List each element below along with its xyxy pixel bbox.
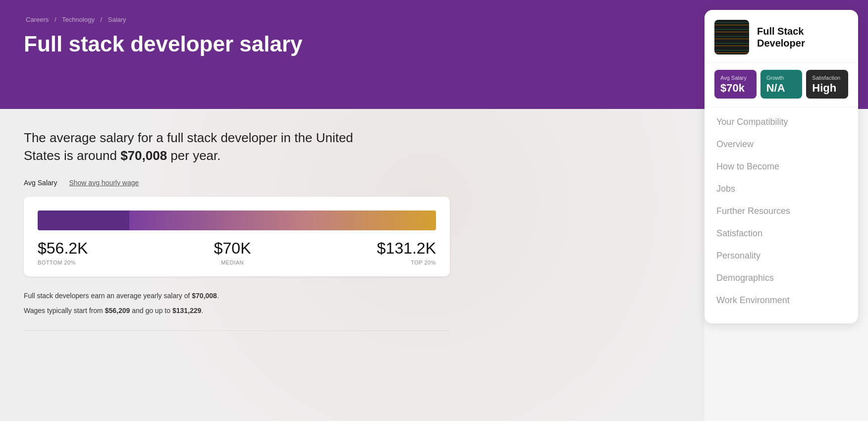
nav-item-compatibility[interactable]: Your Compatibility xyxy=(705,111,858,133)
stat-satisfaction: Satisfaction High xyxy=(806,70,848,99)
content-area: The average salary for a full stack deve… xyxy=(0,109,705,421)
card-thumbnail xyxy=(714,20,749,54)
salary-top: $131.2K TOP 20% xyxy=(377,239,436,265)
salary-tabs: Avg Salary Show avg hourly wage xyxy=(24,179,681,187)
bar-low xyxy=(38,210,129,230)
breadcrumb-sep2: / xyxy=(101,16,104,23)
sidebar-panel: Full Stack Developer Avg Salary $70k Gro… xyxy=(705,10,858,323)
nav-item-how-to-become[interactable]: How to Become xyxy=(705,156,858,178)
bar-mid xyxy=(129,210,309,230)
nav-item-personality[interactable]: Personality xyxy=(705,245,858,267)
desc-line-2: Wages typically start from $56,209 and g… xyxy=(24,305,450,317)
breadcrumb-careers[interactable]: Careers xyxy=(26,16,49,23)
salary-bottom: $56.2K BOTTOM 20% xyxy=(38,239,88,265)
stat-avg-salary-value: $70k xyxy=(720,83,751,94)
stat-avg-salary: Avg Salary $70k xyxy=(714,70,757,99)
stat-satisfaction-label: Satisfaction xyxy=(812,75,842,81)
salary-bottom-value: $56.2K xyxy=(38,239,88,258)
stat-growth-value: N/A xyxy=(766,83,797,94)
tab-avg-hourly[interactable]: Show avg hourly wage xyxy=(69,179,139,187)
breadcrumb-salary[interactable]: Salary xyxy=(108,16,126,23)
nav-item-jobs[interactable]: Jobs xyxy=(705,178,858,200)
stats-row: Avg Salary $70k Growth N/A Satisfaction … xyxy=(705,63,858,107)
content-divider xyxy=(24,330,450,331)
card-header: Full Stack Developer xyxy=(705,10,858,63)
avg-salary-intro-text: The average salary for a full stack deve… xyxy=(24,129,371,165)
stat-growth-label: Growth xyxy=(766,75,797,81)
nav-item-satisfaction[interactable]: Satisfaction xyxy=(705,222,858,245)
nav-item-further-resources[interactable]: Further Resources xyxy=(705,200,858,222)
salary-top-label: TOP 20% xyxy=(377,260,436,265)
main-layout: The average salary for a full stack deve… xyxy=(0,109,868,421)
salary-median-value: $70K xyxy=(214,239,251,258)
nav-item-demographics[interactable]: Demographics xyxy=(705,267,858,289)
nav-item-overview[interactable]: Overview xyxy=(705,133,858,156)
salary-range-card: $56.2K BOTTOM 20% $70K MEDIAN $131.2K TO… xyxy=(24,197,450,276)
salary-gradient-bar xyxy=(38,210,436,230)
salary-bottom-label: BOTTOM 20% xyxy=(38,260,88,265)
desc-line-1: Full stack developers earn an average ye… xyxy=(24,290,450,302)
card-title: Full Stack Developer xyxy=(757,25,848,49)
nav-item-work-environment[interactable]: Work Environment xyxy=(705,289,858,312)
salary-points: $56.2K BOTTOM 20% $70K MEDIAN $131.2K TO… xyxy=(38,239,436,265)
stat-growth: Growth N/A xyxy=(760,70,803,99)
breadcrumb-technology[interactable]: Technology xyxy=(62,16,95,23)
breadcrumb-sep1: / xyxy=(54,16,58,23)
bar-high xyxy=(309,210,436,230)
tab-avg-salary[interactable]: Avg Salary xyxy=(24,179,57,187)
stat-satisfaction-value: High xyxy=(812,83,842,94)
salary-median-label: MEDIAN xyxy=(214,260,251,265)
stat-avg-salary-label: Avg Salary xyxy=(720,75,751,81)
salary-median: $70K MEDIAN xyxy=(214,239,251,265)
sidebar-nav: Your Compatibility Overview How to Becom… xyxy=(705,107,858,316)
salary-top-value: $131.2K xyxy=(377,239,436,258)
